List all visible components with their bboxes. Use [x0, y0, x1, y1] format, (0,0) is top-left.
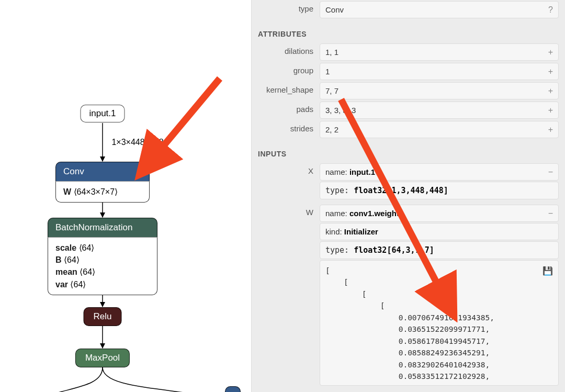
graph-node-relu[interactable]: Relu: [84, 307, 122, 326]
help-icon[interactable]: ?: [548, 6, 553, 14]
save-icon[interactable]: 💾: [543, 265, 553, 278]
input-w-type-field: type: float32[64,3,7,7]: [320, 241, 559, 259]
graph-node-maxpool[interactable]: MaxPool: [75, 349, 130, 367]
expand-icon[interactable]: +: [548, 48, 553, 57]
graph-node-conv[interactable]: Conv W ⟨64×3×7×7⟩: [55, 162, 150, 203]
input-w-label: W: [252, 205, 320, 217]
input-x-label: X: [252, 163, 320, 175]
attr-group-field[interactable]: 1 +: [320, 63, 559, 80]
graph-edge-shape-label: 1×3×448×448: [111, 138, 163, 147]
model-graph-panel[interactable]: input.1 1×3×448×448 Conv W ⟨64×3×7×7⟩ Ba…: [0, 0, 252, 392]
section-attributes: ATTRIBUTES: [252, 19, 565, 42]
attr-pads-label: pads: [252, 102, 320, 114]
section-inputs: INPUTS: [252, 139, 565, 162]
graph-node-conv-header: Conv: [55, 162, 150, 181]
graph-node-conv-body: W ⟨64×3×7×7⟩: [55, 181, 150, 203]
input-x-type-field: type: float32[1,3,448,448]: [320, 182, 559, 199]
expand-icon[interactable]: +: [548, 68, 553, 76]
attr-dilations-label: dilations: [252, 43, 320, 55]
attr-kernel-shape-field[interactable]: 7, 7 +: [320, 82, 559, 99]
graph-node-batchnorm-body: scale ⟨64⟩ B ⟨64⟩ mean ⟨64⟩ var ⟨64⟩: [48, 237, 157, 295]
collapse-icon[interactable]: −: [548, 168, 553, 176]
tensor-text: [ [ [ [ 0.007067491651934385, 0.03651522…: [325, 266, 494, 386]
type-value: Conv: [325, 5, 344, 14]
graph-node-maxpool-label: MaxPool: [75, 349, 130, 367]
graph-node-batchnorm-header: BatchNormalization: [48, 218, 157, 237]
attr-strides-label: strides: [252, 121, 320, 133]
tensor-data-dump: 💾[ [ [ [ 0.007067491651934385, 0.0365152…: [320, 260, 559, 386]
graph-node-input-label: input.1: [80, 105, 125, 122]
expand-icon[interactable]: +: [548, 126, 553, 134]
properties-sidebar: type Conv ? ATTRIBUTES dilations 1, 1 + …: [252, 0, 565, 392]
expand-icon[interactable]: +: [548, 106, 553, 115]
type-field[interactable]: Conv ?: [320, 1, 559, 18]
expand-icon[interactable]: +: [548, 87, 553, 95]
graph-node-input[interactable]: input.1: [80, 105, 125, 122]
input-w-name-field[interactable]: name: conv1.weight −: [320, 205, 559, 222]
graph-node-relu-label: Relu: [84, 307, 122, 326]
attr-pads-field[interactable]: 3, 3, 3, 3 +: [320, 102, 559, 119]
graph-node-batchnorm[interactable]: BatchNormalization scale ⟨64⟩ B ⟨64⟩ mea…: [48, 218, 157, 295]
input-w-kind-field: kind: Initializer: [320, 223, 559, 240]
graph-node-peek: [225, 386, 241, 392]
input-x-name-field[interactable]: name: input.1 −: [320, 163, 559, 181]
type-label: type: [252, 1, 320, 13]
collapse-icon[interactable]: −: [548, 209, 553, 218]
attr-group-label: group: [252, 63, 320, 75]
attr-dilations-field[interactable]: 1, 1 +: [320, 43, 559, 61]
attr-kernel-shape-label: kernel_shape: [252, 82, 320, 94]
attr-strides-field[interactable]: 2, 2 +: [320, 121, 559, 138]
